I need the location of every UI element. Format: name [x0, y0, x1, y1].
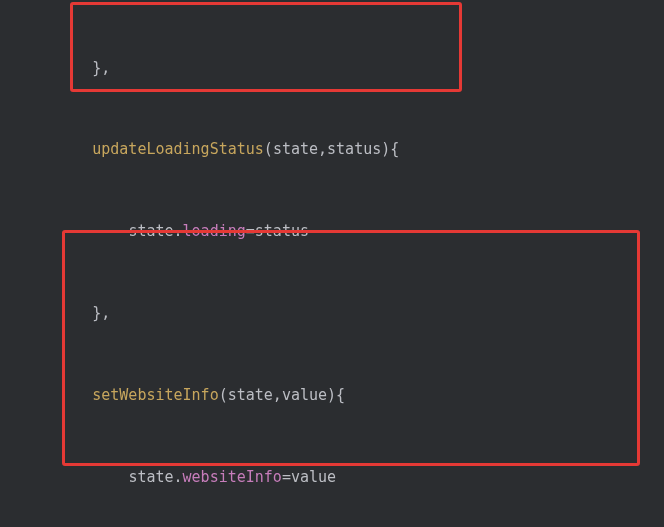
expr: =status [246, 222, 309, 240]
expr: state. [128, 222, 182, 240]
prop-loading: loading [183, 222, 246, 240]
prop-websiteInfo: websiteInfo [183, 468, 282, 486]
code-editor[interactable]: }, updateLoadingStatus(state,status){ st… [0, 0, 664, 527]
params: state,value [228, 386, 327, 404]
method-setWebsiteInfo: setWebsiteInfo [92, 386, 218, 404]
method-updateLoadingStatus: updateLoadingStatus [92, 140, 264, 158]
expr: =value [282, 468, 336, 486]
expr: state. [128, 468, 182, 486]
params: state,status [273, 140, 381, 158]
